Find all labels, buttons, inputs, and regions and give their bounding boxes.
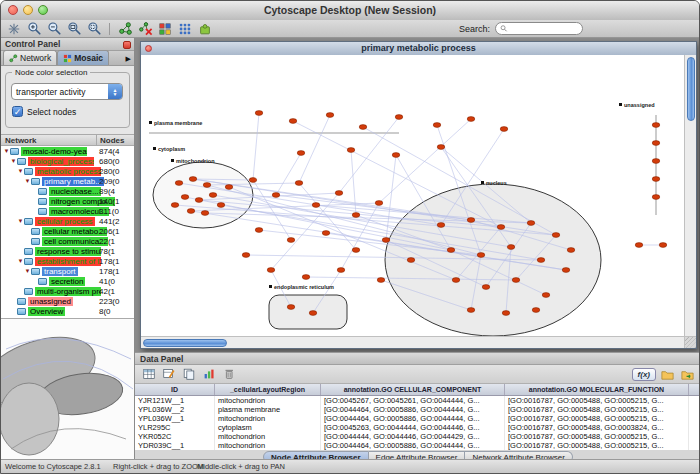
zoom-fit-button[interactable] bbox=[65, 21, 83, 37]
table-cell[interactable]: [GO:0045267, GO:0045261, GO:0044444, G..… bbox=[321, 396, 505, 405]
network-node[interactable] bbox=[395, 115, 403, 120]
zoom-out-button[interactable] bbox=[45, 21, 63, 37]
table-row[interactable]: YKR052Cmitochondrion[GO:0044444, GO:0044… bbox=[135, 432, 700, 441]
network-node[interactable] bbox=[552, 233, 560, 238]
tree-node-label[interactable]: establishment of l... bbox=[35, 257, 101, 266]
table-cell[interactable]: cytoplasm bbox=[215, 423, 321, 432]
tree-row[interactable]: unassigned223(0 bbox=[1, 296, 134, 306]
network-node[interactable] bbox=[652, 141, 660, 146]
select-attributes-button[interactable] bbox=[140, 366, 157, 382]
network-node[interactable] bbox=[512, 278, 520, 283]
network-node[interactable] bbox=[297, 151, 305, 156]
table-cell[interactable]: [GO:0044444, GO:0044446, GO:0044429, G..… bbox=[321, 432, 505, 441]
copy-attribute-button[interactable] bbox=[180, 366, 197, 382]
network-node[interactable] bbox=[289, 119, 297, 124]
table-row[interactable]: YLR295Ccytoplasm[GO:0045263, GO:0044444,… bbox=[135, 423, 700, 432]
network-node[interactable] bbox=[195, 198, 203, 203]
table-cell[interactable]: YPL036W__2 bbox=[135, 405, 215, 414]
tree-row[interactable]: nitrogen compo...140(1 bbox=[1, 196, 134, 206]
network-node[interactable] bbox=[203, 183, 211, 188]
tree-row[interactable]: ▼establishment of l...178(1 bbox=[1, 256, 134, 266]
birdseye-overview[interactable] bbox=[1, 318, 134, 460]
network-node[interactable] bbox=[527, 221, 535, 226]
network-node[interactable] bbox=[255, 111, 263, 116]
expand-arrow-icon[interactable]: ▼ bbox=[10, 156, 17, 166]
tree-node-label[interactable]: cellular metabo... bbox=[42, 227, 107, 236]
table-cell[interactable]: [GO:0044464, GO:0005886, GO:0044444, G..… bbox=[321, 441, 505, 450]
network-node[interactable] bbox=[482, 285, 490, 290]
table-cell[interactable]: mitochondrion bbox=[215, 432, 321, 441]
create-network-button[interactable] bbox=[116, 21, 134, 37]
network-node[interactable] bbox=[659, 243, 667, 248]
network-node[interactable] bbox=[302, 275, 310, 280]
network-edge[interactable] bbox=[299, 115, 330, 183]
network-node[interactable] bbox=[352, 248, 360, 253]
hide-panels-button[interactable] bbox=[5, 21, 23, 37]
tree-row[interactable]: cellular metabo...206(1 bbox=[1, 226, 134, 236]
select-nodes-checkbox[interactable]: ✓ bbox=[12, 106, 23, 117]
network-edge[interactable] bbox=[339, 117, 399, 193]
network-node[interactable] bbox=[201, 211, 209, 216]
zoom-selected-button[interactable] bbox=[85, 21, 103, 37]
network-node[interactable] bbox=[652, 195, 660, 200]
network-node[interactable] bbox=[335, 191, 343, 196]
table-cell[interactable]: YPL036W__1 bbox=[135, 414, 215, 423]
tree-node-label[interactable]: metabolic process bbox=[35, 167, 101, 176]
network-node[interactable] bbox=[467, 308, 475, 313]
network-node[interactable] bbox=[532, 308, 540, 313]
vertical-scroll-thumb[interactable] bbox=[687, 57, 695, 121]
expand-arrow-icon[interactable]: ▼ bbox=[3, 146, 10, 156]
tree-node-label[interactable]: nucleobase... bbox=[49, 187, 101, 196]
tree-node-label[interactable]: primary metab... bbox=[42, 177, 104, 186]
tree-row[interactable]: ▼primary metab...209(0 bbox=[1, 176, 134, 186]
network-node[interactable] bbox=[187, 209, 195, 214]
network-node[interactable] bbox=[287, 238, 295, 243]
table-cell[interactable]: [GO:0044464, GO:0005886, GO:0044444, G..… bbox=[321, 405, 505, 414]
tree-row[interactable]: Overview8(0 bbox=[1, 306, 134, 316]
tree-node-label[interactable]: Overview bbox=[28, 307, 65, 316]
network-node[interactable] bbox=[295, 181, 303, 186]
tree-node-label[interactable]: cell communica... bbox=[42, 237, 108, 246]
network-node[interactable] bbox=[542, 293, 550, 298]
expand-arrow-icon[interactable]: ▼ bbox=[24, 176, 31, 186]
table-cell[interactable]: mitochondrion bbox=[215, 441, 321, 450]
table-row[interactable]: YDR039C__1mitochondrion[GO:0044464, GO:0… bbox=[135, 441, 700, 450]
export-table-button[interactable] bbox=[679, 366, 696, 382]
network-node[interactable] bbox=[322, 231, 330, 236]
tree-node-label[interactable]: transport bbox=[42, 267, 78, 276]
network-node[interactable] bbox=[382, 238, 390, 243]
tree-row[interactable]: secretion41(0 bbox=[1, 276, 134, 286]
zoom-in-button[interactable] bbox=[25, 21, 43, 37]
table-cell[interactable]: [GO:0044464, GO:0005886, GO:0044444, G..… bbox=[321, 414, 505, 423]
network-node[interactable] bbox=[537, 258, 545, 263]
network-node[interactable] bbox=[309, 311, 317, 316]
network-node[interactable] bbox=[500, 127, 508, 132]
import-table-button[interactable] bbox=[659, 366, 676, 382]
network-node[interactable] bbox=[375, 201, 383, 206]
network-graph[interactable]: plasma membranecytoplasmmitochondrionnuc… bbox=[141, 55, 684, 336]
expand-arrow-icon[interactable]: ▼ bbox=[24, 266, 31, 276]
destroy-network-button[interactable] bbox=[136, 21, 154, 37]
table-cell[interactable]: YDR039C__1 bbox=[135, 441, 215, 450]
table-cell[interactable]: mitochondrion bbox=[215, 414, 321, 423]
expand-arrow-icon[interactable]: ▼ bbox=[17, 216, 24, 226]
network-edge[interactable] bbox=[276, 153, 301, 195]
network-node[interactable] bbox=[497, 225, 505, 230]
table-cell[interactable]: [GO:0016787, GO:0005488, GO:0005215, G..… bbox=[505, 396, 689, 405]
network-node[interactable] bbox=[312, 203, 320, 208]
layout-button[interactable] bbox=[176, 21, 194, 37]
tree-node-label[interactable]: secretion bbox=[49, 277, 85, 286]
resize-grip[interactable] bbox=[684, 336, 696, 348]
formula-builder-button[interactable]: f(x) bbox=[632, 368, 656, 381]
network-node[interactable] bbox=[249, 178, 257, 183]
network-node[interactable] bbox=[267, 268, 275, 273]
network-node[interactable] bbox=[433, 123, 441, 128]
table-row[interactable]: YJR121W__1mitochondrion[GO:0045267, GO:0… bbox=[135, 396, 700, 405]
tree-row[interactable]: ▼cellular process441(2 bbox=[1, 216, 134, 226]
column-header[interactable]: annotation.GO MOLECULAR_FUNCTION bbox=[505, 384, 689, 395]
table-cell[interactable]: mitochondrion bbox=[215, 396, 321, 405]
network-node[interactable] bbox=[635, 243, 643, 248]
tree-row[interactable]: macromolecul...311(0 bbox=[1, 206, 134, 216]
network-node[interactable] bbox=[225, 185, 233, 190]
network-node[interactable] bbox=[337, 268, 345, 273]
